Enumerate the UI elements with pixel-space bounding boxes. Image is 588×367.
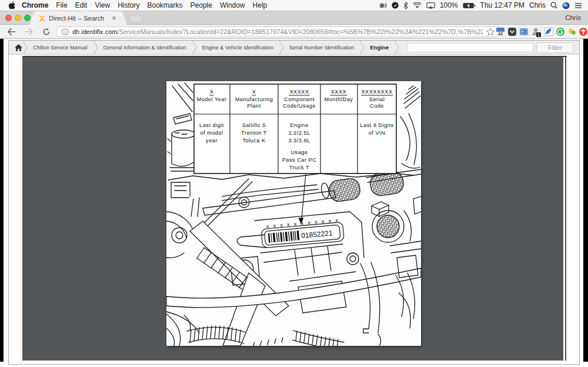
status-dot-icon[interactable] [392, 2, 399, 9]
breadcrumb-separator [93, 41, 98, 55]
breadcrumb-separator [359, 41, 365, 55]
browser-profile-name[interactable]: Chris [565, 14, 581, 21]
svg-text:Truck T: Truck T [289, 165, 309, 171]
chrome-toolbar: dh.identifix.com/ServiceManuals/Index?Lo… [0, 25, 588, 39]
breadcrumb-separator [279, 41, 284, 55]
spotlight-search-icon[interactable] [550, 2, 557, 9]
svg-text:42: 42 [498, 32, 503, 36]
extension-red-arrow-icon[interactable] [579, 27, 588, 36]
svg-text:X: X [252, 89, 256, 95]
svg-text:Usage: Usage [290, 149, 308, 155]
battery-icon [463, 2, 476, 9]
breadcrumb-item-engine-vehicle-id[interactable]: Engine & Vehicle Identification [197, 45, 279, 51]
tab-title: Direct-Hit -- Search [49, 15, 111, 22]
content-container: Chilton Service Manual General Informati… [8, 40, 580, 365]
breadcrumb-separator [192, 41, 197, 55]
breadcrumb-item-serial-number-id[interactable]: Serial Number Identification [284, 45, 360, 51]
filter-button[interactable]: Filter [536, 42, 574, 53]
tab-favicon [39, 15, 45, 22]
apple-menu-icon[interactable] [8, 1, 15, 10]
url-host: dh.identifix.com [72, 28, 117, 35]
breadcrumb-item-general-info[interactable]: General Information & Identification [98, 45, 192, 51]
extension-person-icon[interactable]: 1 [531, 27, 540, 36]
svg-text:Code/Usage: Code/Usage [283, 103, 316, 109]
siri-icon[interactable] [562, 2, 570, 9]
menubar-clock[interactable]: Thu 12:47 PM [480, 1, 524, 9]
filter-input[interactable] [407, 43, 533, 52]
bookmark-star-icon[interactable] [486, 28, 495, 36]
extension-badge-42-icon[interactable]: 42 [496, 27, 505, 36]
menu-people[interactable]: People [191, 1, 212, 9]
notification-center-icon[interactable] [574, 2, 582, 9]
url-path: /ServiceManuals/Index?LocationId=22&ROID… [117, 28, 483, 35]
menu-view[interactable]: View [95, 1, 110, 9]
web-page: Chilton Service Manual General Informati… [0, 39, 588, 367]
viewer-scrollbar[interactable] [565, 57, 566, 361]
airplay-icon[interactable] [426, 2, 435, 9]
svg-text:Month/Day: Month/Day [325, 96, 353, 102]
extension-lightshot-icon[interactable] [544, 27, 553, 36]
breadcrumb-separator [394, 41, 399, 55]
menu-file[interactable]: File [56, 1, 67, 9]
svg-text:Last 8 Digits: Last 8 Digits [360, 122, 393, 128]
extension-dots-icon[interactable] [567, 27, 577, 36]
page-left-black-edge [0, 39, 4, 362]
breadcrumb-item-chilton[interactable]: Chilton Service Manual [28, 45, 93, 51]
extension-pocket-icon[interactable] [507, 27, 517, 36]
svg-text:Plant: Plant [247, 103, 260, 109]
extension-green-circle-icon[interactable] [556, 27, 565, 36]
bluetooth-icon[interactable] [403, 2, 408, 9]
new-tab-button[interactable] [129, 15, 142, 22]
home-icon[interactable] [15, 44, 22, 51]
svg-text:Code: Code [370, 103, 384, 109]
svg-text:Toluca K: Toluca K [242, 138, 266, 144]
extension-tag-icon[interactable] [519, 27, 529, 36]
breadcrumb: Chilton Service Manual General Informati… [9, 41, 579, 55]
chrome-tabbar: Direct-Hit -- Search × Chris [0, 11, 588, 25]
menu-help[interactable]: Help [253, 1, 268, 9]
wifi-icon[interactable] [413, 2, 422, 9]
forward-button[interactable] [25, 28, 34, 36]
battery-percent: 100% [440, 1, 458, 9]
svg-text:XXXXX: XXXXX [289, 89, 309, 95]
svg-text:XXXX: XXXX [331, 89, 347, 95]
menu-bookmarks[interactable]: Bookmarks [148, 1, 183, 9]
svg-text:Trenton T: Trenton T [241, 130, 267, 136]
engine-diagram-image: X Model Year X Manufacturing Plant XXXXX… [166, 81, 421, 346]
svg-text:XXXXXXXX: XXXXXXXX [361, 89, 392, 95]
svg-text:Manufacturing: Manufacturing [235, 96, 273, 102]
window-close-button[interactable] [5, 15, 12, 21]
svg-text:of model: of model [200, 130, 223, 136]
volume-icon[interactable] [379, 2, 387, 9]
svg-text:Model Year: Model Year [197, 96, 227, 102]
macos-menubar: Chrome File Edit View History Bookmarks … [0, 0, 588, 11]
menu-history[interactable]: History [118, 1, 139, 9]
back-button[interactable] [7, 28, 16, 36]
menu-edit[interactable]: Edit [75, 1, 88, 9]
svg-text:Component: Component [284, 96, 315, 102]
menubar-user[interactable]: Chris [529, 1, 546, 9]
reload-button[interactable] [42, 28, 51, 36]
page-info-icon[interactable] [62, 28, 69, 35]
svg-text:Saltillo S: Saltillo S [242, 122, 266, 128]
svg-text:1: 1 [537, 33, 540, 37]
svg-text:Engine: Engine [290, 122, 309, 128]
page-right-black-edge [583, 39, 588, 362]
window-minimize-button[interactable] [15, 15, 21, 21]
svg-text:of VIN: of VIN [369, 130, 386, 136]
svg-text:2.2/2.5L: 2.2/2.5L [288, 130, 310, 136]
omnibox[interactable]: dh.identifix.com/ServiceManuals/Index?Lo… [56, 26, 499, 37]
browser-tab[interactable]: Direct-Hit -- Search × [34, 11, 122, 25]
svg-text:X: X [210, 89, 214, 95]
svg-text:Last digit: Last digit [199, 122, 224, 128]
menu-chrome[interactable]: Chrome [22, 1, 48, 9]
svg-text:Pass Car PC: Pass Car PC [282, 157, 317, 163]
svg-text:3.3/3.8L: 3.3/3.8L [288, 138, 310, 144]
breadcrumb-item-engine: Engine [365, 44, 394, 51]
menu-window[interactable]: Window [220, 1, 245, 9]
tab-close-icon[interactable]: × [111, 14, 118, 22]
svg-text:year: year [206, 138, 218, 144]
svg-text:Serial: Serial [369, 96, 385, 102]
breadcrumb-separator [22, 41, 28, 55]
